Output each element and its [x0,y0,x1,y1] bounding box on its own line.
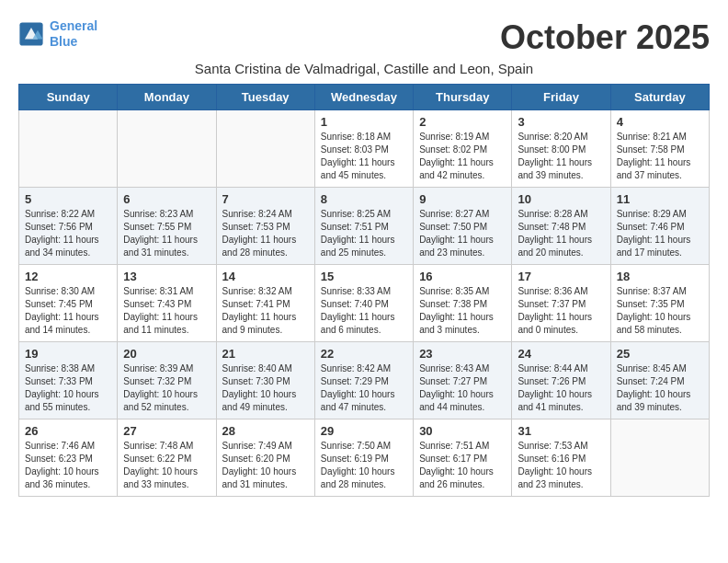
calendar-cell: 30Sunrise: 7:51 AM Sunset: 6:17 PM Dayli… [414,419,512,497]
day-number: 17 [518,270,604,283]
day-number: 9 [419,192,506,206]
calendar-cell: 28Sunrise: 7:49 AM Sunset: 6:20 PM Dayli… [216,419,314,497]
day-info: Sunrise: 8:25 AM Sunset: 7:51 PM Dayligh… [321,208,407,259]
day-number: 30 [419,424,506,438]
day-info: Sunrise: 8:44 AM Sunset: 7:26 PM Dayligh… [518,362,604,414]
calendar-cell: 11Sunrise: 8:29 AM Sunset: 7:46 PM Dayli… [610,188,709,265]
calendar-cell: 26Sunrise: 7:46 AM Sunset: 6:23 PM Dayli… [19,419,118,497]
calendar-cell [216,110,314,188]
logo-line2: Blue [50,34,77,49]
calendar-cell: 27Sunrise: 7:48 AM Sunset: 6:22 PM Dayli… [118,419,216,497]
location-title: Santa Cristina de Valmadrigal, Castille … [18,61,710,76]
logo-icon [18,21,44,47]
weekday-header-monday: Monday [118,85,216,110]
calendar-cell: 1Sunrise: 8:18 AM Sunset: 8:03 PM Daylig… [314,110,413,188]
week-row-3: 12Sunrise: 8:30 AM Sunset: 7:45 PM Dayli… [19,265,710,342]
logo-text: General Blue [50,18,97,50]
calendar-cell: 6Sunrise: 8:23 AM Sunset: 7:55 PM Daylig… [118,188,216,265]
day-info: Sunrise: 8:20 AM Sunset: 8:00 PM Dayligh… [518,131,604,182]
day-info: Sunrise: 8:33 AM Sunset: 7:40 PM Dayligh… [321,285,407,337]
weekday-header-friday: Friday [512,85,610,110]
day-number: 3 [518,115,604,129]
day-number: 23 [419,347,506,361]
day-number: 8 [321,192,407,206]
day-info: Sunrise: 7:49 AM Sunset: 6:20 PM Dayligh… [222,440,309,491]
calendar-cell: 18Sunrise: 8:37 AM Sunset: 7:35 PM Dayli… [610,265,709,342]
day-number: 5 [25,192,111,206]
weekday-header-saturday: Saturday [610,85,709,110]
calendar-cell: 22Sunrise: 8:42 AM Sunset: 7:29 PM Dayli… [314,342,413,419]
day-number: 27 [123,424,210,438]
day-number: 11 [617,192,703,206]
day-info: Sunrise: 8:32 AM Sunset: 7:41 PM Dayligh… [222,285,309,337]
day-number: 31 [518,424,604,438]
day-number: 15 [321,270,407,283]
calendar-cell: 19Sunrise: 8:38 AM Sunset: 7:33 PM Dayli… [19,342,118,419]
calendar-cell: 31Sunrise: 7:53 AM Sunset: 6:16 PM Dayli… [512,419,610,497]
day-info: Sunrise: 7:50 AM Sunset: 6:19 PM Dayligh… [321,440,407,491]
calendar-cell: 16Sunrise: 8:35 AM Sunset: 7:38 PM Dayli… [414,265,512,342]
weekday-header-wednesday: Wednesday [314,85,413,110]
calendar-cell: 8Sunrise: 8:25 AM Sunset: 7:51 PM Daylig… [314,188,413,265]
day-number: 10 [518,192,604,206]
day-number: 22 [321,347,407,361]
day-info: Sunrise: 8:35 AM Sunset: 7:38 PM Dayligh… [419,285,506,337]
week-row-1: 1Sunrise: 8:18 AM Sunset: 8:03 PM Daylig… [19,110,710,188]
day-number: 18 [617,270,703,283]
day-info: Sunrise: 8:31 AM Sunset: 7:43 PM Dayligh… [123,285,210,337]
week-row-2: 5Sunrise: 8:22 AM Sunset: 7:56 PM Daylig… [19,188,710,265]
calendar-cell: 10Sunrise: 8:28 AM Sunset: 7:48 PM Dayli… [512,188,610,265]
weekday-header-row: SundayMondayTuesdayWednesdayThursdayFrid… [19,85,710,110]
day-number: 14 [222,270,309,283]
day-number: 16 [419,270,506,283]
calendar-cell: 21Sunrise: 8:40 AM Sunset: 7:30 PM Dayli… [216,342,314,419]
day-info: Sunrise: 8:40 AM Sunset: 7:30 PM Dayligh… [222,362,309,414]
day-info: Sunrise: 8:19 AM Sunset: 8:02 PM Dayligh… [419,131,506,182]
day-info: Sunrise: 8:43 AM Sunset: 7:27 PM Dayligh… [419,362,506,414]
day-number: 19 [25,347,111,361]
calendar-cell: 25Sunrise: 8:45 AM Sunset: 7:24 PM Dayli… [610,342,709,419]
weekday-header-tuesday: Tuesday [216,85,314,110]
day-number: 21 [222,347,309,361]
day-info: Sunrise: 8:21 AM Sunset: 7:58 PM Dayligh… [617,131,703,182]
header: General Blue October 2025 [18,18,710,57]
calendar-cell: 4Sunrise: 8:21 AM Sunset: 7:58 PM Daylig… [610,110,709,188]
day-info: Sunrise: 8:36 AM Sunset: 7:37 PM Dayligh… [518,285,604,337]
day-info: Sunrise: 8:30 AM Sunset: 7:45 PM Dayligh… [25,285,111,337]
day-info: Sunrise: 8:23 AM Sunset: 7:55 PM Dayligh… [123,208,210,259]
day-number: 25 [617,347,703,361]
month-title: October 2025 [500,18,710,57]
calendar-cell: 20Sunrise: 8:39 AM Sunset: 7:32 PM Dayli… [118,342,216,419]
day-info: Sunrise: 7:48 AM Sunset: 6:22 PM Dayligh… [123,440,210,491]
day-number: 1 [321,115,407,129]
calendar: SundayMondayTuesdayWednesdayThursdayFrid… [18,84,710,497]
day-number: 26 [25,424,111,438]
day-info: Sunrise: 8:24 AM Sunset: 7:53 PM Dayligh… [222,208,309,259]
calendar-cell: 23Sunrise: 8:43 AM Sunset: 7:27 PM Dayli… [414,342,512,419]
calendar-cell [118,110,216,188]
day-info: Sunrise: 8:18 AM Sunset: 8:03 PM Dayligh… [321,131,407,182]
day-number: 7 [222,192,309,206]
calendar-cell: 3Sunrise: 8:20 AM Sunset: 8:00 PM Daylig… [512,110,610,188]
day-number: 6 [123,192,210,206]
day-info: Sunrise: 8:45 AM Sunset: 7:24 PM Dayligh… [617,362,703,414]
day-number: 13 [123,270,210,283]
calendar-cell: 14Sunrise: 8:32 AM Sunset: 7:41 PM Dayli… [216,265,314,342]
calendar-cell: 17Sunrise: 8:36 AM Sunset: 7:37 PM Dayli… [512,265,610,342]
calendar-cell [610,419,709,497]
day-info: Sunrise: 8:37 AM Sunset: 7:35 PM Dayligh… [617,285,703,337]
day-info: Sunrise: 8:38 AM Sunset: 7:33 PM Dayligh… [25,362,111,414]
calendar-cell: 29Sunrise: 7:50 AM Sunset: 6:19 PM Dayli… [314,419,413,497]
day-number: 2 [419,115,506,129]
day-info: Sunrise: 8:29 AM Sunset: 7:46 PM Dayligh… [617,208,703,259]
day-info: Sunrise: 8:39 AM Sunset: 7:32 PM Dayligh… [123,362,210,414]
day-number: 4 [617,115,703,129]
day-info: Sunrise: 8:22 AM Sunset: 7:56 PM Dayligh… [25,208,111,259]
logo: General Blue [18,18,97,50]
calendar-cell: 15Sunrise: 8:33 AM Sunset: 7:40 PM Dayli… [314,265,413,342]
weekday-header-sunday: Sunday [19,85,118,110]
day-number: 29 [321,424,407,438]
calendar-cell: 2Sunrise: 8:19 AM Sunset: 8:02 PM Daylig… [414,110,512,188]
calendar-cell: 9Sunrise: 8:27 AM Sunset: 7:50 PM Daylig… [414,188,512,265]
calendar-cell: 24Sunrise: 8:44 AM Sunset: 7:26 PM Dayli… [512,342,610,419]
